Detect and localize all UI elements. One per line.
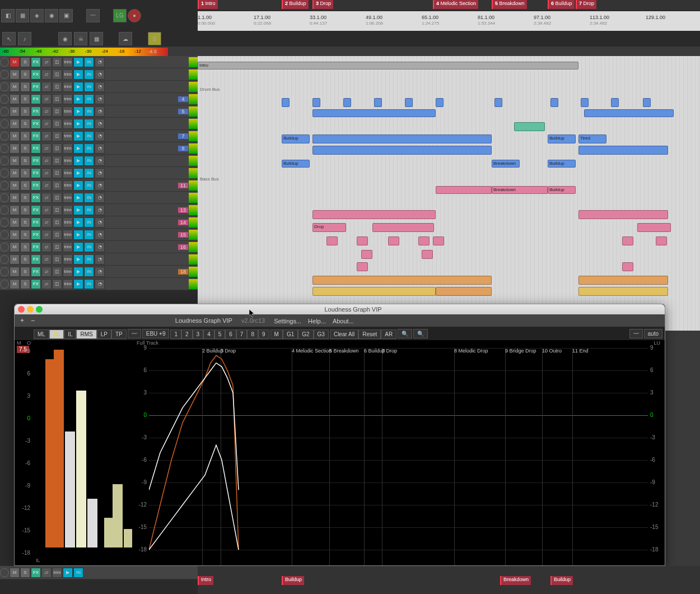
track-knob[interactable] xyxy=(0,206,9,215)
fx-button[interactable]: FX xyxy=(31,254,41,264)
marker-2[interactable]: 2 Buildup xyxy=(282,0,309,9)
trim-button[interactable]: trim xyxy=(63,131,73,141)
clip[interactable] xyxy=(388,236,399,245)
env-button[interactable]: ▱ xyxy=(41,156,52,166)
in-button[interactable]: IN xyxy=(84,131,94,141)
fx-button[interactable]: FX xyxy=(31,119,41,129)
track-row[interactable]: M S FX ▱ ◫ trim ▶ IN ◔ xyxy=(0,253,198,266)
route-button[interactable]: ◫ xyxy=(52,230,62,240)
clip[interactable] xyxy=(312,287,436,296)
out-button[interactable]: ◔ xyxy=(95,143,105,154)
mute-button[interactable]: M xyxy=(10,82,20,92)
clip[interactable] xyxy=(312,109,436,117)
out-button[interactable]: ◔ xyxy=(95,205,105,215)
clip[interactable] xyxy=(326,236,338,245)
fx-button[interactable]: FX xyxy=(31,193,41,203)
preset-1[interactable]: 1 xyxy=(170,330,181,339)
clip[interactable] xyxy=(422,250,433,259)
in-button[interactable]: IN xyxy=(84,217,94,228)
camera-icon[interactable]: ◉ xyxy=(58,32,72,45)
track-row[interactable]: M S FX ▱ ◫ trim ▶ IN ◔ xyxy=(0,68,198,81)
record-button[interactable]: ● xyxy=(128,9,141,22)
in-button[interactable]: IN xyxy=(84,205,94,215)
marker-1[interactable]: 1 Intro xyxy=(198,0,218,9)
marker-3[interactable]: 3 Drop xyxy=(312,0,333,9)
monitor-button[interactable]: ▶ xyxy=(73,94,83,104)
mode-rms[interactable]: RMS xyxy=(76,330,96,339)
mute-button[interactable]: M xyxy=(10,131,20,141)
env-button[interactable]: ▱ xyxy=(41,217,52,228)
monitor-button[interactable]: ▶ xyxy=(73,279,83,289)
track-knob[interactable] xyxy=(0,243,9,252)
timeline-ruler[interactable]: 1.1.000:00.00017.1.000:22.06833.1.000:44… xyxy=(198,11,700,31)
solo-button[interactable]: S xyxy=(20,82,30,92)
overview-marker[interactable]: Breakdown xyxy=(500,576,531,585)
group-m[interactable]: M xyxy=(270,330,283,339)
solo-button[interactable]: S xyxy=(20,143,30,154)
clip[interactable] xyxy=(374,98,382,107)
out-button[interactable]: ◔ xyxy=(95,168,105,178)
trim-button[interactable]: trim xyxy=(63,69,73,80)
clip[interactable] xyxy=(514,122,545,131)
tool-btn-3[interactable]: ◈ xyxy=(30,9,44,22)
clip[interactable] xyxy=(282,98,290,107)
trim-button[interactable]: trim xyxy=(63,242,73,252)
tool-btn-5[interactable]: ▣ xyxy=(59,9,73,22)
in-button[interactable]: IN xyxy=(84,106,94,117)
tool-btn-1[interactable]: ◧ xyxy=(1,9,15,22)
arrangement-view[interactable]: IntroBuildupDropBuildupTiredBuildupBreak… xyxy=(198,56,700,331)
overview-lane[interactable]: IntroBuildupBreakdownBuildup xyxy=(198,566,700,594)
track-knob[interactable] xyxy=(0,144,9,153)
wave-toggle[interactable]: 〰 xyxy=(128,329,141,338)
solo-button[interactable]: S xyxy=(20,205,30,215)
mode-ml[interactable]: ML xyxy=(34,330,49,339)
clip[interactable] xyxy=(578,287,668,296)
monitor-button[interactable]: ▶ xyxy=(73,242,83,252)
in-button[interactable]: IN xyxy=(84,57,94,67)
monitor-button[interactable]: ▶ xyxy=(73,82,83,92)
out-button[interactable]: ◔ xyxy=(95,131,105,141)
track-knob[interactable] xyxy=(0,70,9,79)
route-button[interactable]: ◫ xyxy=(52,82,62,92)
note-tool[interactable]: ♪ xyxy=(18,32,31,45)
fx-button[interactable]: FX xyxy=(31,217,41,228)
in-button[interactable]: IN xyxy=(84,168,94,178)
out-button[interactable]: ◔ xyxy=(95,119,105,129)
clip[interactable]: Breakdown xyxy=(492,186,548,194)
route-button[interactable]: ◫ xyxy=(52,217,62,228)
fx-button[interactable]: FX xyxy=(31,106,41,117)
trim-button[interactable]: trim xyxy=(63,143,73,154)
solo-button[interactable]: S xyxy=(20,94,30,104)
out-button[interactable]: ◔ xyxy=(95,193,105,203)
clip[interactable] xyxy=(581,98,589,107)
trim-button[interactable]: trim xyxy=(63,168,73,178)
fx-button[interactable]: FX xyxy=(31,69,41,80)
clip[interactable] xyxy=(357,236,368,245)
monitor-button[interactable]: ▶ xyxy=(73,106,83,117)
trim-button[interactable]: trim xyxy=(63,94,73,104)
trim-button[interactable]: trim xyxy=(63,254,73,264)
env-button[interactable]: ▱ xyxy=(41,131,52,141)
mute-button[interactable]: M xyxy=(10,217,20,228)
preset-9[interactable]: 9 xyxy=(258,330,269,339)
mute-button[interactable]: M xyxy=(10,180,20,191)
trim-button[interactable]: trim xyxy=(63,119,73,129)
trim-button[interactable]: trim xyxy=(63,106,73,117)
track-knob[interactable] xyxy=(0,107,9,116)
solo-button[interactable]: S xyxy=(20,119,30,129)
clip[interactable] xyxy=(418,236,430,245)
clip[interactable] xyxy=(312,146,492,155)
route-button[interactable]: ◫ xyxy=(52,131,62,141)
mute-button[interactable]: M xyxy=(10,156,20,166)
clip[interactable] xyxy=(343,98,351,107)
solo-button[interactable]: S xyxy=(20,254,30,264)
route-button[interactable]: ◫ xyxy=(52,69,62,80)
track-knob[interactable] xyxy=(0,169,9,178)
trim-button[interactable]: trim xyxy=(63,205,73,215)
clip[interactable]: Drop xyxy=(312,223,346,232)
in-button[interactable]: IN xyxy=(84,254,94,264)
track-knob[interactable] xyxy=(0,95,9,104)
track-knob[interactable] xyxy=(0,568,9,577)
solo-button[interactable]: S xyxy=(20,57,30,67)
env-button[interactable]: ▱ xyxy=(41,193,52,203)
